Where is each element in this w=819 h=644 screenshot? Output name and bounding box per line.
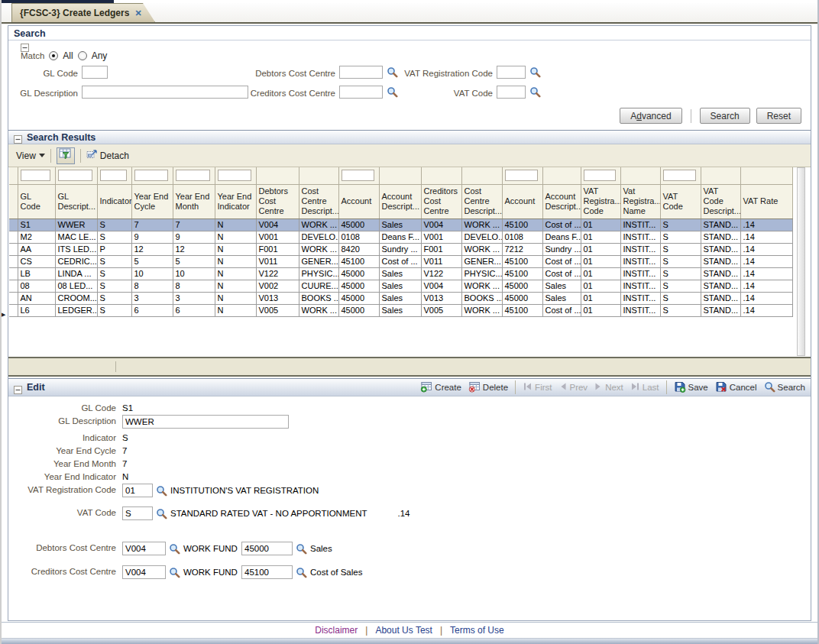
edit-panel: Edit Create Delete First Prev Next Last … (8, 378, 811, 620)
edit-indicator-value: S (122, 432, 128, 442)
match-radio-all[interactable] (49, 51, 58, 60)
results-table-region: GL CodeGL Descript...IndicatorYear End C… (8, 167, 811, 377)
match-radio-any[interactable] (78, 51, 87, 60)
tab-create-ledgers[interactable]: {FCSC-3} Create Ledgers ✕ (11, 3, 155, 22)
edit-year-end-month-label: Year End Month (16, 458, 116, 469)
filter-year-end-cycle-input[interactable] (134, 170, 168, 181)
edit-debtors-cost-centre-account-input[interactable] (241, 542, 293, 555)
table-row[interactable]: LBLINDA ...S1010NV122PHYSIC...45000Sales… (9, 267, 792, 280)
filter-account-input[interactable] (505, 170, 538, 181)
column-header-account[interactable]: Account (338, 184, 379, 218)
table-row[interactable]: ANCROOM...S33NV013BOOKS ...45000SalesV01… (9, 292, 792, 304)
edit-creditors-cost-centre-lookup-icon[interactable] (169, 567, 180, 578)
query-by-example-button[interactable] (57, 147, 75, 164)
column-header-vat-rate[interactable]: VAT Rate (740, 184, 792, 218)
edit-debtors-cost-centre-account-lookup-icon[interactable] (296, 543, 307, 555)
edit-header: Edit Create Delete First Prev Next Last … (8, 378, 811, 396)
column-header-vat-code-descript[interactable]: VAT Code Descript... (701, 184, 740, 218)
about-us-link[interactable]: About Us Test (375, 625, 432, 636)
delete-button[interactable]: Delete (468, 381, 508, 394)
advanced-button[interactable]: Advanced (620, 108, 681, 124)
toolbar-separator (50, 149, 51, 163)
disclaimer-link[interactable]: Disclaimer (315, 625, 358, 636)
vat-registration-code-lookup-icon[interactable] (529, 66, 541, 78)
save-button[interactable]: Save (674, 381, 708, 394)
column-header-vat-code[interactable]: VAT Code (660, 184, 701, 218)
edit-field-creditors-cost-centre: Creditors Cost CentreWORK FUNDCost of Sa… (16, 565, 811, 589)
column-header-gl-descript[interactable]: GL Descript... (55, 184, 97, 218)
edit-field-year-end-indicator: Year End IndicatorN (16, 471, 811, 484)
column-header-year-end-indicator[interactable]: Year End Indicator (215, 184, 256, 218)
column-header-creditors-cost-centre[interactable]: Creditors Cost Centre (421, 184, 461, 218)
horizontal-scrollbar[interactable] (8, 357, 811, 377)
column-header-account-descript[interactable]: Account Descript... (542, 184, 581, 218)
column-header-vat-registra-code[interactable]: VAT Registra... Code (581, 184, 620, 218)
splitter-collapse-arrow[interactable]: ▶ (2, 309, 8, 321)
filter-gl-code-input[interactable] (21, 170, 50, 181)
filter-vat-registra-code-input[interactable] (584, 170, 616, 181)
edit-field-year-end-cycle: Year End Cycle7 (16, 445, 811, 458)
results-toolbar: View Detach (8, 144, 811, 167)
reset-button[interactable]: Reset (756, 108, 801, 124)
vertical-scrollbar[interactable] (797, 167, 805, 356)
first-record-icon (523, 382, 533, 393)
vat-code-input[interactable] (497, 86, 526, 99)
filter-year-end-indicator-input[interactable] (218, 170, 251, 181)
last-button: Last (630, 382, 659, 393)
detach-button[interactable]: Detach (86, 149, 129, 162)
table-row[interactable]: 0808 LED...S88NV002CUURE...45000SalesV00… (9, 280, 792, 292)
edit-creditors-cost-centre-account-lookup-icon[interactable] (296, 567, 307, 578)
collapse-minus-icon[interactable] (14, 133, 22, 141)
edit-toolbar: Create Delete First Prev Next Last Save … (420, 380, 805, 394)
cancel-disk-icon (715, 381, 727, 394)
next-button: Next (594, 382, 623, 393)
edit-vat-registration-code-lookup-icon[interactable] (156, 485, 167, 497)
terms-of-use-link[interactable]: Terms of Use (450, 625, 504, 636)
table-delete-icon (468, 381, 481, 394)
collapse-minus-icon[interactable] (21, 41, 29, 50)
edit-gl-description-input[interactable] (122, 415, 289, 429)
edit-creditors-cost-centre-input[interactable] (122, 565, 166, 579)
column-header-year-end-month[interactable]: Year End Month (173, 184, 215, 218)
edit-creditors-cost-centre-account-input[interactable] (241, 565, 293, 579)
table-row[interactable]: AAITS LED...P1212NF001WORK ...8420Sundry… (9, 243, 792, 255)
vat-code-lookup-icon[interactable] (529, 86, 541, 98)
column-header-cost-centre-descript[interactable]: Cost Centre Descript... (461, 184, 502, 218)
table-row[interactable]: S1WWERS77NV004WORK ...45000SalesV004WORK… (9, 218, 792, 231)
scrollbar-thumb-edge (115, 361, 116, 372)
column-header-debtors-cost-centre[interactable]: Debtors Cost Centre (256, 184, 299, 218)
cancel-button[interactable]: Cancel (715, 381, 757, 394)
edit-vat-registration-code-input[interactable] (122, 484, 153, 497)
edit-search-button[interactable]: Search (764, 381, 805, 394)
view-menu-button[interactable]: View (16, 150, 45, 161)
table-row[interactable]: CSCEDRIC...S55NV011GENER...45100Cost of … (9, 255, 792, 267)
edit-form: GL CodeS1GL DescriptionIndicatorSYear En… (8, 396, 811, 589)
edit-debtors-cost-centre-lookup-icon[interactable] (169, 543, 180, 555)
column-header-gl-code[interactable]: GL Code (18, 184, 55, 218)
edit-vat-code-input[interactable] (122, 506, 153, 520)
edit-debtors-cost-centre-input[interactable] (122, 542, 166, 555)
column-header-account-descript[interactable]: Account Descript... (379, 184, 421, 218)
create-button[interactable]: Create (420, 381, 461, 394)
tab-close-icon[interactable]: ✕ (134, 8, 141, 18)
filter-vat-code-input[interactable] (663, 170, 696, 181)
toolbar-separator (666, 380, 667, 394)
edit-vat-code-lookup-icon[interactable] (156, 508, 167, 519)
table-row[interactable]: M2MAC LE...S99NV001DEVELO...0108Deans F.… (9, 231, 792, 243)
column-header-account[interactable]: Account (502, 184, 542, 218)
column-header-cost-centre-descript[interactable]: Cost Centre Descript... (299, 184, 338, 218)
table-row[interactable]: L6LEDGER...S66NV005WORK ...45000SalesV00… (9, 304, 792, 316)
filter-gl-descript-input[interactable] (58, 170, 92, 181)
filter-year-end-month-input[interactable] (176, 170, 210, 181)
search-button[interactable]: Search (700, 108, 750, 124)
column-header-year-end-cycle[interactable]: Year End Cycle (131, 184, 173, 218)
footer: Disclaimer | About Us Test | Terms of Us… (2, 622, 817, 638)
filter-account-input[interactable] (342, 170, 374, 181)
filter-indicator-input[interactable] (100, 170, 127, 181)
column-header-vat-registra-name[interactable]: Vat Registra... Name (620, 184, 660, 218)
vat-registration-code-input[interactable] (497, 66, 526, 79)
collapse-minus-icon[interactable] (14, 383, 22, 392)
gl-code-input[interactable] (82, 66, 108, 79)
column-header-indicator[interactable]: Indicator (97, 184, 131, 218)
edit-field-vat-registration-code: VAT Registration CodeINSTITUTION'S VAT R… (16, 484, 811, 506)
